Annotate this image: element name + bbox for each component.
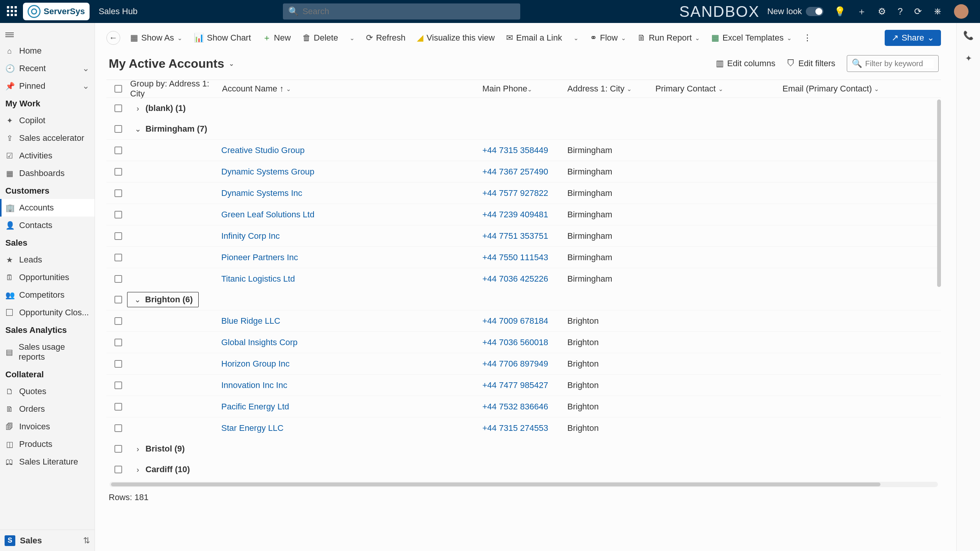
- group-checkbox[interactable]: [114, 104, 122, 112]
- help-icon[interactable]: ?: [898, 6, 903, 17]
- row-checkbox[interactable]: [114, 232, 122, 240]
- nav-recent[interactable]: 🕘Recent⌄: [0, 60, 95, 77]
- nav-orders[interactable]: 🗎Orders: [0, 400, 95, 418]
- cell-phone[interactable]: +44 7751 353751: [482, 231, 567, 241]
- excel-templates-button[interactable]: ▦Excel Templates⌄: [710, 31, 793, 45]
- filter-keyword[interactable]: 🔍: [847, 55, 939, 72]
- expand-icon[interactable]: ›: [130, 465, 145, 474]
- row-checkbox[interactable]: [114, 381, 122, 389]
- copilot-icon[interactable]: ✦: [965, 54, 972, 64]
- expand-icon[interactable]: ›: [130, 445, 145, 453]
- table-row[interactable]: Pioneer Partners Inc+44 7550 111543Birmi…: [106, 246, 941, 268]
- table-row[interactable]: Pacific Energy Ltd+44 7532 836646Brighto…: [106, 396, 941, 417]
- table-row[interactable]: Blue Ridge LLC+44 7009 678184Brighton: [106, 310, 941, 331]
- edit-columns-button[interactable]: ▥Edit columns: [716, 59, 775, 68]
- cell-phone[interactable]: +44 7367 257490: [482, 167, 567, 177]
- nav-copilot[interactable]: ✦Copilot: [0, 112, 95, 129]
- nav-accounts[interactable]: 🏢Accounts: [0, 199, 95, 217]
- table-row[interactable]: Titanic Logistics Ltd+44 7036 425226Birm…: [106, 268, 941, 289]
- group-checkbox[interactable]: [114, 466, 122, 473]
- group-row[interactable]: ›Bristol (9): [106, 439, 941, 459]
- chevron-down-icon[interactable]: ⌄: [573, 34, 578, 42]
- group-checkbox[interactable]: [114, 296, 122, 303]
- table-row[interactable]: Dynamic Systems Inc+44 7577 927822Birmin…: [106, 182, 941, 204]
- user-filter-icon[interactable]: ⛯: [933, 6, 942, 17]
- col-city[interactable]: Address 1: City⌄: [567, 84, 655, 94]
- nav-pinned[interactable]: 📌Pinned⌄: [0, 77, 95, 95]
- share-button[interactable]: ↗Share⌄: [885, 30, 941, 46]
- group-row[interactable]: ›(blank) (1): [106, 98, 941, 119]
- horizontal-scrollbar[interactable]: [109, 482, 938, 487]
- table-row[interactable]: Horizon Group Inc+44 7706 897949Brighton: [106, 353, 941, 374]
- row-checkbox[interactable]: [114, 275, 122, 283]
- filter-input[interactable]: [865, 59, 934, 68]
- row-checkbox[interactable]: [114, 424, 122, 432]
- nav-activities[interactable]: ☑Activities: [0, 147, 95, 165]
- nav-home[interactable]: ⌂Home: [0, 42, 95, 60]
- cell-account-name[interactable]: Pacific Energy Ltd: [130, 402, 482, 412]
- new-look-toggle[interactable]: New look: [767, 7, 823, 16]
- table-row[interactable]: Creative Studio Group+44 7315 358449Birm…: [106, 139, 941, 161]
- col-email[interactable]: Email (Primary Contact)⌄: [782, 84, 941, 94]
- row-checkbox[interactable]: [114, 254, 122, 261]
- table-row[interactable]: Green Leaf Solutions Ltd+44 7239 409481B…: [106, 204, 941, 225]
- delete-button[interactable]: 🗑Delete⌄: [301, 31, 356, 45]
- run-report-button[interactable]: 🗎Run Report⌄: [636, 31, 702, 45]
- cell-phone[interactable]: +44 7315 358449: [482, 145, 567, 155]
- nav-contacts[interactable]: 👤Contacts: [0, 217, 95, 234]
- group-row[interactable]: ⌄Brighton (6): [106, 289, 941, 310]
- app-name[interactable]: Sales Hub: [99, 7, 138, 16]
- cell-account-name[interactable]: Dynamic Systems Inc: [130, 188, 482, 198]
- row-checkbox[interactable]: [114, 339, 122, 346]
- row-checkbox[interactable]: [114, 168, 122, 176]
- cell-account-name[interactable]: Pioneer Partners Inc: [130, 253, 482, 262]
- expand-icon[interactable]: ›: [130, 104, 145, 113]
- cell-account-name[interactable]: Star Energy LLC: [130, 423, 482, 433]
- nav-leads[interactable]: ★Leads: [0, 251, 95, 269]
- cell-phone[interactable]: +44 7532 836646: [482, 402, 567, 412]
- expand-icon[interactable]: ⌄: [130, 124, 145, 134]
- cell-account-name[interactable]: Horizon Group Inc: [130, 359, 482, 369]
- area-selector[interactable]: S Sales ⇅: [0, 530, 95, 551]
- row-checkbox[interactable]: [114, 403, 122, 411]
- table-row[interactable]: Innovation Inc Inc+44 7477 985427Brighto…: [106, 374, 941, 396]
- cell-phone[interactable]: +44 7036 560018: [482, 337, 567, 347]
- refresh-button[interactable]: ⟳Refresh: [364, 31, 407, 45]
- col-primary-contact[interactable]: Primary Contact⌄: [655, 84, 782, 94]
- group-row[interactable]: ⌄Birmingham (7): [106, 119, 941, 139]
- select-all-checkbox[interactable]: [114, 85, 122, 93]
- col-account-name[interactable]: Account Name ↑⌄: [222, 84, 482, 94]
- cell-account-name[interactable]: Titanic Logistics Ltd: [130, 274, 482, 284]
- toggle-icon[interactable]: [806, 7, 823, 16]
- table-row[interactable]: Star Energy LLC+44 7315 274553Brighton: [106, 417, 941, 439]
- chevron-down-icon[interactable]: ⌄: [350, 34, 354, 42]
- overflow-button[interactable]: ⋮: [802, 31, 813, 45]
- row-checkbox[interactable]: [114, 189, 122, 197]
- avatar[interactable]: [954, 4, 969, 19]
- cell-account-name[interactable]: Global Insights Corp: [130, 337, 482, 347]
- nav-dashboards[interactable]: ▦Dashboards: [0, 165, 95, 182]
- cell-phone[interactable]: +44 7477 985427: [482, 380, 567, 390]
- nav-products[interactable]: ◫Products: [0, 435, 95, 453]
- cell-phone[interactable]: +44 7036 425226: [482, 274, 567, 284]
- col-group[interactable]: Group by: Address 1: City: [130, 79, 222, 99]
- nav-invoices[interactable]: 🗐Invoices: [0, 418, 95, 435]
- row-checkbox[interactable]: [114, 317, 122, 325]
- cell-phone[interactable]: +44 7577 927822: [482, 188, 567, 198]
- new-button[interactable]: ＋New: [261, 30, 292, 46]
- cell-phone[interactable]: +44 7550 111543: [482, 253, 567, 262]
- plus-icon[interactable]: ＋: [857, 5, 866, 18]
- back-button[interactable]: ←: [106, 31, 120, 45]
- cell-account-name[interactable]: Innovation Inc Inc: [130, 380, 482, 390]
- col-main-phone[interactable]: Main Phone⌄: [482, 84, 567, 94]
- lightbulb-icon[interactable]: 💡: [834, 6, 846, 17]
- nav-quotes[interactable]: 🗋Quotes: [0, 383, 95, 400]
- table-row[interactable]: Infinity Corp Inc+44 7751 353751Birmingh…: [106, 225, 941, 246]
- phone-icon[interactable]: 📞: [963, 31, 973, 41]
- cell-phone[interactable]: +44 7706 897949: [482, 359, 567, 369]
- search-input[interactable]: [302, 7, 515, 16]
- cell-account-name[interactable]: Blue Ridge LLC: [130, 316, 482, 326]
- table-row[interactable]: Dynamic Systems Group+44 7367 257490Birm…: [106, 161, 941, 182]
- group-checkbox[interactable]: [114, 445, 122, 453]
- table-row[interactable]: Global Insights Corp+44 7036 560018Brigh…: [106, 331, 941, 353]
